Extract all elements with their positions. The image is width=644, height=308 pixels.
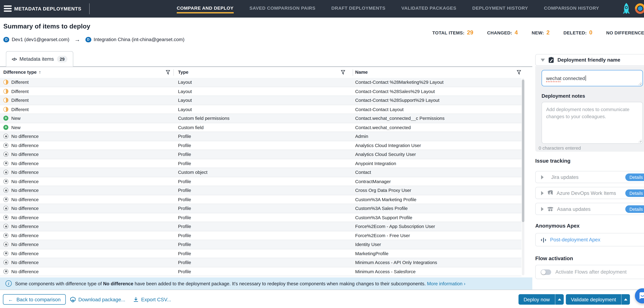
table-row[interactable]: +NewCustom field permissionsContact.wech…	[0, 114, 522, 123]
details-button[interactable]: Details	[625, 189, 644, 197]
table-row[interactable]: No differenceProfileCross Org Data Proxy…	[0, 186, 522, 195]
post-deployment-apex-link[interactable]: Post-deployment Apex	[550, 237, 600, 243]
type-cell: Profile	[178, 152, 354, 157]
table-scrollbar-thumb[interactable]	[522, 80, 524, 222]
footer-bar: ← Back to comparison Download package...…	[0, 289, 644, 308]
app-title: METADATA DEPLOYMENTS	[14, 0, 82, 18]
table-row[interactable]: No differenceProfileAnalytics Cloud Secu…	[0, 150, 522, 159]
deployment-notes-input[interactable]: Add deployment notes to communicate chan…	[542, 102, 643, 144]
topbar-divider	[89, 3, 90, 14]
char-count: 0 characters entered	[539, 145, 581, 150]
stat-label: CHANGED:	[487, 30, 512, 35]
stat-new: NEW:2	[532, 29, 550, 36]
resize-handle[interactable]	[638, 139, 642, 143]
name-cell: Custom%3A Marketing Profile	[354, 197, 522, 202]
table-row[interactable]: No differenceProfileForce%2Ecom - App Su…	[0, 222, 522, 231]
table-scrollbar[interactable]	[522, 78, 524, 275]
nav-tab-compare-and-deploy[interactable]: COMPARE AND DEPLOY	[177, 4, 234, 14]
name-cell: Contact.wechat_connected	[354, 125, 522, 130]
table-row[interactable]: No differenceProfileContractManager	[0, 177, 522, 186]
nodiff-icon	[3, 152, 8, 157]
collapse-chevron-icon[interactable]	[541, 59, 545, 62]
filter-icon[interactable]	[166, 70, 170, 75]
friendly-name-input[interactable]: wechat connected	[542, 70, 643, 86]
nav-tab-comparison-history[interactable]: COMPARISON HISTORY	[544, 4, 599, 14]
table-row[interactable]: No differenceProfileIdentity User	[0, 240, 522, 249]
name-cell: Contact-Contact Layout	[354, 107, 522, 112]
difference-type-cell: No difference	[0, 206, 178, 211]
validate-deployment-button[interactable]: Validate deployment	[566, 294, 622, 305]
difference-type-text: Different	[11, 89, 29, 94]
table-row[interactable]: No differenceProfileAnypoint Integration	[0, 159, 522, 168]
expand-chevron-icon[interactable]	[541, 207, 544, 211]
details-button[interactable]: Details	[625, 205, 644, 213]
table-row[interactable]: No differenceProfileAnalytics Cloud Inte…	[0, 141, 522, 150]
back-to-comparison-button[interactable]: ← Back to comparison	[3, 294, 66, 305]
difference-type-cell: Different	[0, 89, 178, 94]
table-row[interactable]: DifferentLayoutContact-Contact %28Suppor…	[0, 96, 522, 105]
filter-icon[interactable]	[341, 70, 345, 75]
difference-type-text: No difference	[11, 269, 39, 274]
table-row[interactable]: DifferentLayoutContact-Contact Layout	[0, 105, 522, 114]
export-csv-button[interactable]: Export CSV...	[133, 294, 171, 305]
back-arrow-icon: ←	[8, 296, 13, 302]
tab-label: Metadata items	[20, 56, 54, 62]
stat-value: 4	[515, 29, 518, 36]
target-org: Integration China (int-china@gearset.com…	[94, 37, 184, 42]
table-row[interactable]: No differenceProfileAdmin	[0, 132, 522, 141]
name-cell: Contact	[354, 170, 522, 175]
details-button[interactable]: Details	[625, 173, 644, 181]
nodiff-icon	[3, 233, 8, 238]
filter-icon[interactable]	[517, 70, 521, 75]
nav-tab-draft-deployments[interactable]: DRAFT DEPLOYMENTS	[332, 4, 386, 14]
tab-count-badge: 29	[57, 56, 68, 62]
table-row[interactable]: No differenceProfileCustom%3A Support Pr…	[0, 213, 522, 222]
resize-handle[interactable]	[638, 82, 642, 85]
table-row[interactable]: No differenceProfileMinimum Access - API…	[0, 258, 522, 267]
rocket-icon[interactable]	[623, 3, 630, 15]
table-row[interactable]: No differenceProfileForce%2Ecom - Free U…	[0, 231, 522, 240]
difference-type-cell: No difference	[0, 242, 178, 247]
download-package-button[interactable]: Download package...	[70, 294, 125, 305]
deploy-now-menu-button[interactable]	[555, 294, 564, 305]
nav-tab-validated-packages[interactable]: VALIDATED PACKAGES	[401, 4, 456, 14]
column-difference-type[interactable]: Difference type↑	[3, 70, 41, 75]
nodiff-icon	[3, 134, 8, 139]
nodiff-icon	[3, 143, 8, 148]
table-row[interactable]: DifferentLayoutContact-Contact %28Market…	[0, 78, 522, 87]
column-type[interactable]: Type	[178, 70, 188, 75]
more-information-link[interactable]: More information ›	[427, 281, 465, 286]
table-row[interactable]: No differenceProfileMinimum Access - Sal…	[0, 267, 522, 276]
column-name[interactable]: Name	[355, 70, 368, 75]
target-org-cloud-icon: D	[85, 37, 91, 42]
table-row[interactable]: No differenceProfileCustom%3A Sales Prof…	[0, 204, 522, 213]
name-cell: Cross Org Data Proxy User	[354, 188, 522, 193]
table-row[interactable]: DifferentLayoutContact-Contact %28Sales%…	[0, 87, 522, 96]
difference-type-cell: No difference	[0, 152, 178, 157]
stat-label: DELETED:	[563, 30, 587, 35]
table-row[interactable]: No differenceCustom objectContact	[0, 168, 522, 177]
activate-flows-toggle[interactable]	[541, 269, 551, 275]
tab-metadata-items[interactable]: </> Metadata items 29	[6, 51, 74, 67]
difference-type-text: No difference	[11, 251, 39, 256]
menu-icon[interactable]	[4, 6, 12, 12]
nav-tab-deployment-history[interactable]: DEPLOYMENT HISTORY	[472, 4, 528, 14]
name-cell: Anypoint Integration	[354, 161, 522, 166]
post-deployment-apex-card[interactable]: ‹|› Post-deployment Apex	[535, 233, 644, 246]
table-row[interactable]: No differenceProfileMarketingProfile	[0, 249, 522, 258]
expand-chevron-icon[interactable]	[541, 191, 544, 195]
type-cell: Custom object	[178, 170, 354, 175]
nodiff-icon	[3, 188, 8, 193]
notes-label: Deployment notes	[542, 93, 585, 99]
different-icon	[3, 98, 8, 103]
type-cell: Layout	[178, 107, 354, 112]
expand-chevron-icon[interactable]	[541, 175, 544, 179]
name-cell: Contact-Contact %28Support%29 Layout	[354, 98, 522, 103]
gearset-logo[interactable]	[635, 3, 644, 14]
nodiff-icon	[3, 197, 8, 202]
nav-tab-saved-comparison-pairs[interactable]: SAVED COMPARISON PAIRS	[250, 4, 316, 14]
validate-deployment-menu-button[interactable]	[622, 294, 630, 305]
deploy-now-button[interactable]: Deploy now	[518, 294, 555, 305]
table-row[interactable]: No differenceProfileCustom%3A Marketing …	[0, 195, 522, 204]
table-row[interactable]: +NewCustom fieldContact.wechat_connected	[0, 123, 522, 132]
